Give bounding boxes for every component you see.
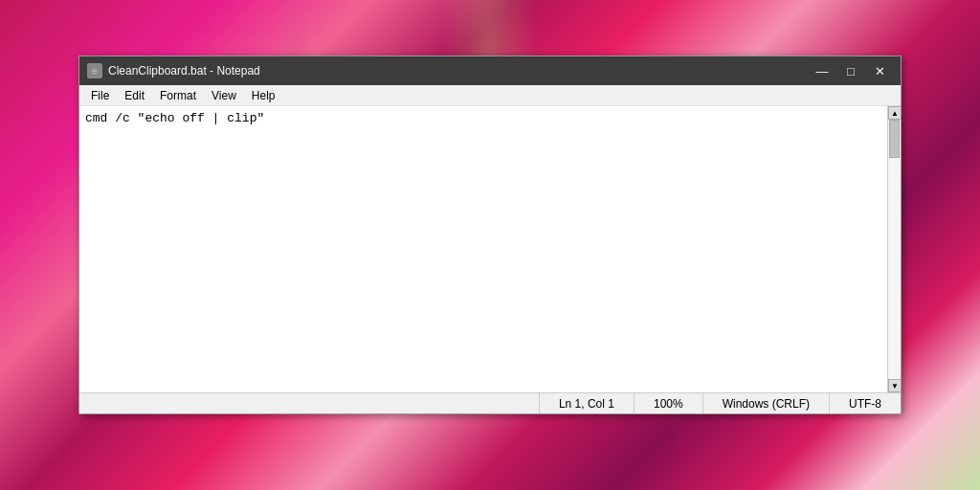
cursor-position: Ln 1, Col 1: [539, 393, 634, 413]
menu-file[interactable]: File: [83, 85, 117, 105]
menu-format[interactable]: Format: [152, 85, 204, 105]
menu-bar: File Edit Format View Help: [79, 85, 901, 106]
scroll-track[interactable]: [888, 120, 901, 379]
window-title: CleanClipboard.bat - Notepad: [108, 64, 809, 78]
maximize-button[interactable]: □: [837, 61, 864, 80]
scroll-up-button[interactable]: ▲: [888, 106, 901, 120]
app-icon: ≡: [87, 63, 102, 78]
window-controls: — □ ✕: [809, 61, 893, 80]
scroll-thumb[interactable]: [889, 120, 900, 158]
zoom-level: 100%: [634, 393, 702, 413]
scroll-down-button[interactable]: ▼: [888, 379, 901, 392]
status-bar: Ln 1, Col 1 100% Windows (CRLF) UTF-8: [79, 392, 901, 413]
minimize-button[interactable]: —: [809, 61, 835, 80]
notepad-window: ≡ CleanClipboard.bat - Notepad — □ ✕ Fil…: [78, 56, 902, 414]
vertical-scrollbar[interactable]: ▲ ▼: [887, 106, 901, 392]
title-bar: ≡ CleanClipboard.bat - Notepad — □ ✕: [79, 56, 901, 85]
encoding: UTF-8: [829, 393, 901, 413]
menu-view[interactable]: View: [204, 85, 244, 105]
line-ending: Windows (CRLF): [702, 393, 829, 413]
menu-edit[interactable]: Edit: [117, 85, 152, 105]
editor-area: ▲ ▼: [79, 106, 901, 392]
close-button[interactable]: ✕: [866, 61, 893, 80]
menu-help[interactable]: Help: [244, 85, 283, 105]
text-editor[interactable]: [79, 106, 887, 392]
